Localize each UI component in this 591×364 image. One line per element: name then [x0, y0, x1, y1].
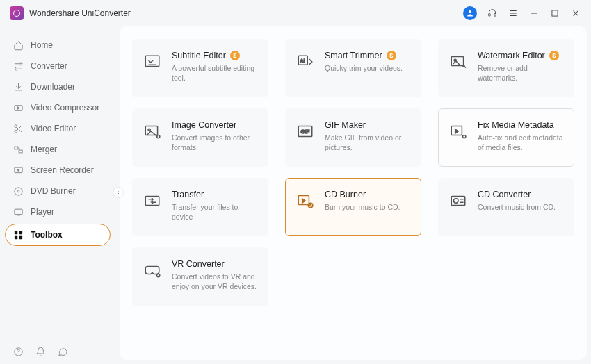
sidebar-item-converter[interactable]: Converter	[0, 56, 118, 76]
tool-title: Fix Media Metadata	[478, 120, 554, 130]
tool-desc: Convert music from CD.	[478, 202, 564, 212]
watermark-icon	[448, 52, 468, 72]
sidebar-item-label: Downloader	[31, 82, 75, 92]
tool-desc: Make GIF from video or pictures.	[325, 133, 411, 152]
svg-rect-2	[489, 14, 490, 16]
svg-rect-14	[14, 147, 17, 149]
sidebar-item-player[interactable]: Player	[0, 201, 118, 222]
svg-rect-3	[494, 14, 496, 16]
svg-rect-36	[145, 197, 159, 206]
tool-desc: Convert videos to VR and enjoy on your V…	[172, 272, 258, 291]
sidebar: Home Converter Downloader Video Compress…	[0, 26, 118, 364]
tool-cd-converter[interactable]: CD Converter Convert music from CD.	[438, 178, 574, 236]
tool-desc: Transfer your files to device	[172, 202, 258, 222]
tool-desc: Auto-fix and edit metadata of media file…	[478, 133, 564, 152]
sidebar-item-label: Home	[31, 40, 53, 50]
user-account-icon[interactable]	[463, 6, 477, 20]
tool-cd-burner[interactable]: CD Burner Burn your music to CD.	[285, 178, 421, 236]
sidebar-item-dvd-burner[interactable]: DVD Burner	[0, 181, 118, 201]
tool-subtitle-editor[interactable]: Subtitle Editor$ A powerful subtitle edi…	[132, 39, 268, 97]
compress-icon	[13, 102, 24, 113]
tool-title: Smart Trimmer	[325, 51, 382, 60]
tool-desc: Quicky trim your videos.	[325, 63, 411, 73]
maximize-icon[interactable]	[549, 8, 560, 19]
sidebar-item-label: Video Editor	[31, 124, 76, 133]
svg-point-18	[14, 187, 22, 195]
paid-badge: $	[387, 51, 396, 60]
sidebar-collapse-handle[interactable]: ‹	[113, 188, 123, 197]
svg-point-38	[308, 203, 313, 208]
sidebar-item-label: DVD Burner	[31, 186, 76, 196]
app-logo-icon	[10, 6, 24, 20]
player-icon	[13, 206, 24, 217]
tool-fix-media-metadata[interactable]: Fix Media Metadata Auto-fix and edit met…	[438, 108, 574, 167]
image-icon	[143, 122, 162, 141]
chat-icon[interactable]	[57, 346, 68, 357]
svg-rect-21	[14, 231, 17, 233]
tool-desc: Remove or add watermarks.	[478, 63, 564, 83]
transfer-icon	[143, 191, 162, 210]
toolbox-icon	[13, 229, 24, 240]
svg-rect-20	[14, 209, 22, 215]
trimmer-icon: AI	[296, 52, 315, 72]
subtitle-icon	[143, 52, 162, 72]
minimize-icon[interactable]	[528, 8, 540, 19]
svg-point-12	[14, 124, 17, 127]
sidebar-item-video-editor[interactable]: Video Editor	[0, 118, 118, 139]
metadata-icon	[448, 122, 468, 141]
sidebar-item-merger[interactable]: Merger	[0, 139, 118, 160]
sidebar-item-label: Merger	[31, 144, 57, 154]
svg-point-13	[14, 130, 17, 133]
sidebar-item-label: Converter	[31, 61, 67, 71]
sidebar-item-downloader[interactable]: Downloader	[0, 76, 118, 97]
paid-badge: $	[230, 51, 240, 60]
bell-icon[interactable]	[35, 346, 46, 357]
tool-vr-converter[interactable]: VR Converter Convert videos to VR and en…	[132, 247, 268, 306]
home-icon	[13, 40, 24, 51]
titlebar: Wondershare UniConverter	[0, 0, 591, 26]
sidebar-item-toolbox[interactable]: Toolbox	[5, 224, 111, 246]
tool-title: Image Converter	[172, 120, 236, 130]
svg-rect-23	[14, 235, 17, 238]
tool-title: Subtitle Editor	[172, 51, 226, 60]
scissors-icon	[13, 123, 24, 134]
vr-icon	[143, 260, 162, 280]
svg-rect-22	[19, 231, 22, 233]
svg-point-1	[469, 10, 471, 13]
main-panel: Subtitle Editor$ A powerful subtitle edi…	[120, 26, 587, 360]
tool-title: Watermark Editor	[478, 51, 545, 60]
disc-icon	[13, 185, 24, 197]
cd-converter-icon	[448, 191, 468, 210]
sidebar-item-label: Toolbox	[31, 230, 63, 240]
headset-icon[interactable]	[487, 8, 498, 19]
help-icon[interactable]	[13, 346, 24, 357]
sidebar-item-home[interactable]: Home	[0, 35, 118, 56]
sidebar-footer	[13, 346, 68, 357]
tool-title: CD Burner	[325, 190, 366, 199]
svg-text:GIF: GIF	[301, 129, 310, 135]
tool-image-converter[interactable]: Image Converter Convert images to other …	[132, 108, 268, 167]
tool-title: GIF Maker	[325, 120, 366, 130]
tool-smart-trimmer[interactable]: AI Smart Trimmer$ Quicky trim your video…	[285, 39, 421, 97]
sidebar-item-label: Screen Recorder	[31, 165, 94, 175]
svg-point-32	[148, 129, 150, 131]
svg-rect-31	[145, 126, 157, 135]
tool-title: VR Converter	[172, 259, 225, 269]
tool-watermark-editor[interactable]: Watermark Editor$ Remove or add watermar…	[438, 39, 574, 97]
cd-burner-icon	[296, 191, 315, 210]
app-title: Wondershare UniConverter	[29, 8, 131, 18]
tool-desc: Convert images to other formats.	[172, 133, 258, 152]
svg-text:AI: AI	[300, 58, 305, 64]
svg-point-17	[17, 169, 19, 171]
tool-transfer[interactable]: Transfer Transfer your files to device	[132, 178, 268, 236]
close-icon[interactable]	[570, 8, 581, 19]
svg-rect-24	[19, 235, 22, 238]
sidebar-item-screen-recorder[interactable]: Screen Recorder	[0, 160, 118, 181]
tool-desc: Burn your music to CD.	[325, 202, 411, 212]
merge-icon	[13, 144, 24, 155]
tool-gif-maker[interactable]: GIF GIF Maker Make GIF from video or pic…	[285, 108, 421, 167]
menu-icon[interactable]	[508, 8, 519, 19]
svg-rect-8	[552, 10, 558, 16]
download-icon	[13, 81, 24, 92]
sidebar-item-video-compressor[interactable]: Video Compressor	[0, 97, 118, 118]
